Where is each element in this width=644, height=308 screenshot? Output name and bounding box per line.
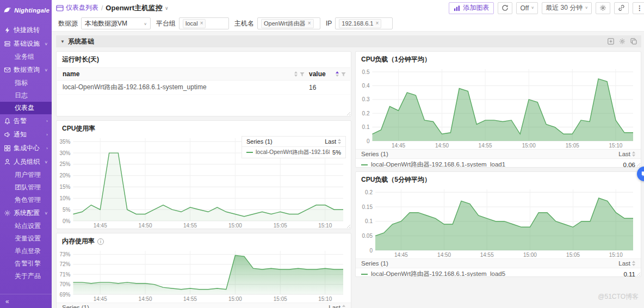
legend-last-sort[interactable]: Last <box>325 138 341 145</box>
close-icon[interactable]: × <box>308 21 311 26</box>
time-range-value: 最近 30 分钟 <box>546 3 583 13</box>
legend-last-sort[interactable]: Last <box>618 260 635 267</box>
cpu-load1-chart[interactable]: 00.10.20.30.40.514:4514:5014:5515:0015:0… <box>357 66 637 149</box>
sidebar-item-dashboards[interactable]: 仪表盘 <box>0 102 52 114</box>
svg-text:73%: 73% <box>59 251 70 257</box>
panel-title[interactable]: CPU负载（5分钟平均） <box>356 172 641 186</box>
sidebar-item-label: 告警 <box>14 116 27 126</box>
svg-text:70%: 70% <box>59 281 70 287</box>
sidebar-item-users[interactable]: 用户管理 <box>0 169 52 181</box>
add-chart-button[interactable]: 添加图表 <box>449 2 494 14</box>
sidebar-item-metrics[interactable]: 指标 <box>0 77 52 89</box>
refresh-interval-select[interactable]: Off ∨ <box>516 2 538 14</box>
sidebar-item-quick-jump[interactable]: 快捷跳转 <box>0 23 52 37</box>
svg-text:25%: 25% <box>59 161 70 167</box>
sidebar-item-sso[interactable]: 单点登录 <box>0 245 52 257</box>
series-name: local-OpenWrt路由器-192.168.6.1-system_load… <box>371 161 620 168</box>
svg-text:35%: 35% <box>59 139 70 145</box>
settings-button[interactable] <box>596 2 610 14</box>
sort-asc-icon[interactable] <box>336 71 339 77</box>
svg-text:15:10: 15:10 <box>318 223 332 229</box>
sidebar-item-alert-engine[interactable]: 告警引擎 <box>0 257 52 270</box>
svg-text:15:05: 15:05 <box>566 143 579 149</box>
more-button[interactable]: ⋮ <box>633 2 644 14</box>
section-header[interactable]: ▼ 系统基础 <box>56 35 641 47</box>
copy-icon[interactable] <box>630 38 637 45</box>
host-filter-input[interactable]: OpenWrt路由器 × <box>257 17 320 29</box>
chat-icon <box>641 170 644 177</box>
sidebar-item-people-org[interactable]: 人员组织∨ <box>0 155 52 169</box>
info-icon[interactable]: i <box>97 238 104 245</box>
column-header-value[interactable]: value <box>309 70 350 78</box>
section-actions <box>608 38 637 45</box>
sidebar: Nightingale 快捷跳转基础设施∨业务组数据查询∨指标日志仪表盘告警›通… <box>0 0 52 308</box>
sidebar-item-integrations[interactable]: 集成中心› <box>0 141 52 155</box>
panel-title[interactable]: 运行时长(天) <box>57 52 351 65</box>
ip-filter-input[interactable]: 192.168.6.1 × <box>335 17 393 29</box>
sidebar-item-about-product[interactable]: 关于产品 <box>0 270 52 282</box>
panel-uptime: 运行时长(天) name value <box>56 51 351 116</box>
resize-handle[interactable] <box>345 110 350 115</box>
cpu-load5-chart[interactable]: 00.050.10.150.214:4514:5014:5515:0015:05… <box>357 187 637 258</box>
close-icon[interactable]: × <box>200 21 203 26</box>
time-range-select[interactable]: 最近 30 分钟 ∨ <box>542 2 592 14</box>
legend-header: Series (1) Last <box>242 137 345 147</box>
title-caret-icon[interactable]: ∨ <box>165 5 169 11</box>
caret-icon: › <box>46 119 48 124</box>
legend-last-sort[interactable]: Last <box>329 304 345 308</box>
logo-text: Nightingale <box>14 7 49 14</box>
legend-last-sort[interactable]: Last <box>618 151 635 157</box>
svg-text:15:10: 15:10 <box>609 252 623 258</box>
sidebar-item-notifications[interactable]: 通知› <box>0 128 52 141</box>
panel-title[interactable]: CPU使用率 <box>57 121 351 134</box>
svg-text:15%: 15% <box>59 184 70 190</box>
sidebar-item-logs[interactable]: 日志 <box>0 89 52 102</box>
filter-icon[interactable] <box>341 72 346 77</box>
filter-icon[interactable] <box>300 72 305 77</box>
megaphone-icon <box>4 131 11 138</box>
column-header-name[interactable]: name <box>57 70 309 78</box>
sidebar-item-data-query[interactable]: 数据查询∨ <box>0 63 52 77</box>
refresh-button[interactable] <box>498 2 512 14</box>
legend-item[interactable]: local-OpenWrt路由器-192.168.6.1-system_load… <box>356 268 641 277</box>
sidebar-item-infrastructure[interactable]: 基础设施∨ <box>0 37 52 51</box>
panel-memory-usage: 内存使用率 i 69%70%71%72%73%14:4514:5014:5515… <box>56 233 351 308</box>
sidebar-item-roles[interactable]: 角色管理 <box>0 194 52 206</box>
legend-item[interactable]: local-OpenWrt路由器-192.168.6.1-system_load… <box>356 159 641 168</box>
close-icon[interactable]: × <box>375 21 379 26</box>
bell-icon <box>4 118 11 125</box>
sidebar-item-site-settings[interactable]: 站点设置 <box>0 220 52 232</box>
sort-icon[interactable] <box>294 71 298 77</box>
svg-text:0: 0 <box>367 138 370 144</box>
legend-item[interactable]: local-OpenWrt路由器-192.168.6.1-cpu_used 5% <box>242 147 345 158</box>
sidebar-item-alerts[interactable]: 告警› <box>0 114 52 128</box>
group-filter-input[interactable]: local × <box>179 17 229 29</box>
datasource-select[interactable]: 本地数据源VM ∨ <box>81 17 151 29</box>
sidebar-collapse-handle[interactable]: « <box>0 294 52 308</box>
memory-usage-chart[interactable]: 69%70%71%72%73%14:4514:5014:5515:0015:05… <box>58 248 348 303</box>
breadcrumb-dashboards-link[interactable]: 仪表盘列表 <box>66 3 98 13</box>
sidebar-item-variable-settings[interactable]: 变量设置 <box>0 232 52 245</box>
svg-text:20%: 20% <box>59 173 70 178</box>
share-link-button[interactable] <box>614 2 629 14</box>
svg-text:0.1: 0.1 <box>362 124 370 130</box>
svg-text:0.5: 0.5 <box>362 69 370 75</box>
sidebar-menu: 快捷跳转基础设施∨业务组数据查询∨指标日志仪表盘告警›通知›集成中心›人员组织∨… <box>0 23 52 282</box>
section-collapse-icon: ▼ <box>60 39 65 44</box>
app-logo[interactable]: Nightingale <box>0 0 52 21</box>
sidebar-item-teams[interactable]: 团队管理 <box>0 181 52 194</box>
section-settings-icon[interactable] <box>619 38 626 45</box>
sidebar-item-business-groups[interactable]: 业务组 <box>0 51 52 63</box>
svg-text:14:50: 14:50 <box>139 223 152 229</box>
add-panel-icon[interactable] <box>608 38 614 45</box>
legend-series-label: Series (1) <box>62 304 89 308</box>
panel-title[interactable]: 内存使用率 i <box>57 233 351 247</box>
config-gear-icon <box>4 210 11 217</box>
svg-text:5%: 5% <box>63 207 71 213</box>
sidebar-item-system-config[interactable]: 系统配置∨ <box>0 206 52 220</box>
panel-title[interactable]: CPU负载（1分钟平均） <box>356 52 641 65</box>
svg-text:15:05: 15:05 <box>274 296 287 302</box>
table-row[interactable]: local-OpenWrt路由器-192.168.6.1-system_upti… <box>57 81 350 95</box>
series-name: local-OpenWrt路由器-192.168.6.1-system_load… <box>371 270 620 277</box>
page-title: Openwrt主机监控 <box>106 3 163 13</box>
